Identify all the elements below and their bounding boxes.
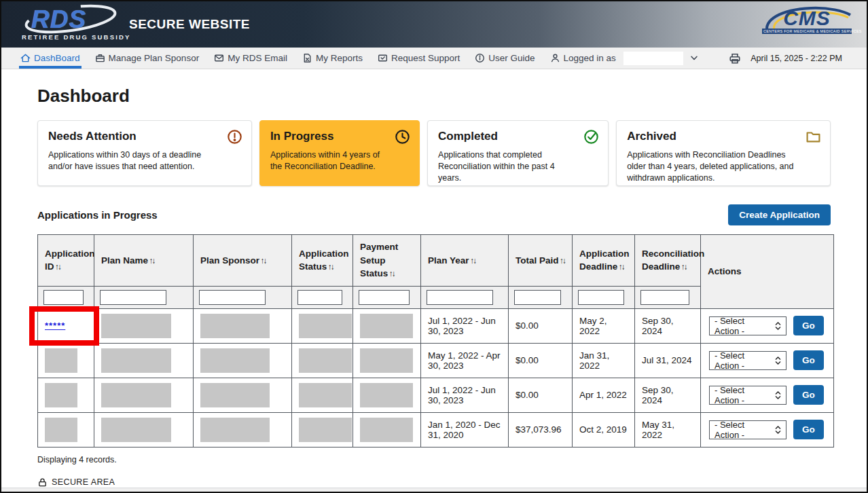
secure-area: SECURE AREA <box>37 477 831 488</box>
filter-input-total-paid[interactable] <box>514 290 561 305</box>
actions-cell: - Select Action -Go <box>701 412 834 447</box>
data-cell: Jul 1, 2022 - Jun 30, 2023 <box>421 308 509 343</box>
secure-website-label: SECURE WEBSITE <box>129 17 250 32</box>
redacted-value <box>360 348 413 373</box>
redacted-cell <box>194 412 292 447</box>
go-button[interactable]: Go <box>793 350 824 370</box>
col-header-plan-name[interactable]: Plan Name ↑↓ <box>94 235 194 287</box>
sort-icon[interactable]: ↑↓ <box>327 262 333 272</box>
page-title: Dashboard <box>37 86 831 107</box>
card-completed[interactable]: CompletedApplications that completed Rec… <box>427 120 609 186</box>
card-archived[interactable]: ArchivedApplications with Reconciliation… <box>616 120 831 186</box>
redacted-cell <box>94 343 194 378</box>
filter-input-payment-setup-status[interactable] <box>359 290 410 305</box>
nav-item-label: DashBoard <box>34 53 80 63</box>
sort-icon[interactable]: ↑↓ <box>617 262 623 272</box>
col-header-total-paid[interactable]: Total Paid ↑↓ <box>509 235 573 287</box>
data-cell: Sep 30, 2024 <box>635 308 701 343</box>
card-needs-attention[interactable]: Needs AttentionApplications within 30 da… <box>37 120 252 186</box>
redacted-cell <box>292 378 353 412</box>
redacted-value <box>101 418 171 442</box>
filter-input-plan-year[interactable] <box>427 290 493 305</box>
col-header-payment-setup-status[interactable]: Payment Setup Status ↑↓ <box>353 235 421 287</box>
secure-area-label: SECURE AREA <box>52 477 115 487</box>
application-id-link[interactable]: ***** <box>45 321 65 331</box>
nav-item-my-rds-email[interactable]: My RDS Email <box>214 48 287 69</box>
top-banner: RDS RETIREE DRUG SUBSIDY SECURE WEBSITE … <box>1 1 867 48</box>
col-header-plan-year[interactable]: Plan Year ↑↓ <box>421 235 509 287</box>
sort-icon[interactable]: ↑↓ <box>54 262 60 272</box>
nav-item-request-support[interactable]: Request Support <box>378 48 460 69</box>
redacted-value <box>101 314 171 338</box>
go-button[interactable]: Go <box>793 385 824 405</box>
clock-icon <box>395 129 410 145</box>
col-header-application-status[interactable]: Application Status ↑↓ <box>292 235 353 287</box>
sort-icon[interactable]: ↑↓ <box>388 269 394 278</box>
print-icon[interactable] <box>729 52 741 65</box>
create-application-button[interactable]: Create Application <box>728 204 831 225</box>
filter-input-application-status[interactable] <box>297 290 342 305</box>
actions-cell: - Select Action -Go <box>701 308 834 343</box>
data-cell: May 31, 2022 <box>635 412 701 447</box>
action-select[interactable]: - Select Action - <box>709 351 786 370</box>
info-icon <box>475 53 485 63</box>
filter-input-plan-sponsor[interactable] <box>199 290 266 305</box>
action-select[interactable]: - Select Action - <box>709 386 786 405</box>
redacted-cell <box>353 378 421 412</box>
go-button[interactable]: Go <box>793 420 824 439</box>
rds-logo: RDS RETIREE DRUG SUBSIDY <box>22 8 110 41</box>
datetime-label: April 15, 2025 - 2:22 PM <box>751 54 842 63</box>
actions-cell: - Select Action -Go <box>701 343 834 378</box>
filter-input-application-id[interactable] <box>43 290 84 305</box>
go-button[interactable]: Go <box>793 316 824 335</box>
nav-item-manage-plan-sponsor[interactable]: Manage Plan Sponsor <box>95 48 200 69</box>
support-icon <box>378 53 388 63</box>
redacted-cell <box>38 412 94 447</box>
select-spinner-icon <box>775 322 781 330</box>
col-header-application-deadline[interactable]: Application Deadline ↑↓ <box>573 235 635 287</box>
nav-item-label: Request Support <box>391 53 460 63</box>
nav-item-logged-in-as[interactable]: Logged in as <box>550 48 698 69</box>
filter-input-application-deadline[interactable] <box>578 290 624 305</box>
redacted-value <box>45 348 77 373</box>
redacted-value <box>101 348 171 373</box>
redacted-cell <box>353 308 421 343</box>
col-header-reconciliation-deadline[interactable]: Reconciliation Deadline ↑↓ <box>635 235 701 287</box>
table-heading: Applications in Progress <box>37 209 158 221</box>
nav-item-dashboard[interactable]: DashBoard <box>20 48 80 69</box>
sort-icon[interactable]: ↑↓ <box>680 262 686 272</box>
action-select[interactable]: - Select Action - <box>709 420 786 439</box>
chevron-down-icon[interactable] <box>691 56 698 60</box>
main-content: Dashboard Needs AttentionApplications wi… <box>1 69 867 488</box>
redacted-value <box>45 383 77 407</box>
filter-cell <box>573 286 635 308</box>
sort-icon[interactable]: ↑↓ <box>469 256 475 266</box>
redacted-cell <box>353 412 421 447</box>
filter-input-plan-name[interactable] <box>100 290 166 305</box>
card-title: Needs Attention <box>48 130 241 143</box>
col-header-plan-sponsor[interactable]: Plan Sponsor ↑↓ <box>194 235 292 287</box>
card-title: Archived <box>627 130 820 143</box>
nav-item-my-reports[interactable]: My Reports <box>302 48 363 69</box>
redacted-value <box>360 314 413 338</box>
redacted-cell <box>292 308 353 343</box>
sort-icon[interactable]: ↑↓ <box>148 256 154 266</box>
data-cell: Jan 31, 2022 <box>573 343 635 378</box>
data-cell: $37,073.96 <box>509 412 573 447</box>
nav-item-label: User Guide <box>488 53 535 63</box>
col-header-application-id[interactable]: Application ID ↑↓ <box>38 235 94 287</box>
filter-input-reconciliation-deadline[interactable] <box>640 290 689 305</box>
redacted-cell <box>94 308 194 343</box>
redacted-cell <box>38 378 94 412</box>
redacted-value <box>200 348 270 373</box>
main-navbar: DashBoardManage Plan SponsorMy RDS Email… <box>1 48 867 69</box>
nav-item-user-guide[interactable]: User Guide <box>475 48 535 69</box>
sort-icon[interactable]: ↑↓ <box>559 256 565 266</box>
filter-cell <box>94 286 194 308</box>
sort-icon[interactable]: ↑↓ <box>259 256 266 266</box>
status-cards: Needs AttentionApplications within 30 da… <box>37 120 831 186</box>
card-in-progress[interactable]: In ProgressApplications within 4 years o… <box>259 120 420 186</box>
action-select[interactable]: - Select Action - <box>709 316 786 335</box>
cms-logo: CMS CENTERS FOR MEDICARE & MEDICAID SERV… <box>762 8 852 34</box>
header-row: Application ID ↑↓Plan Name ↑↓Plan Sponso… <box>38 235 834 287</box>
